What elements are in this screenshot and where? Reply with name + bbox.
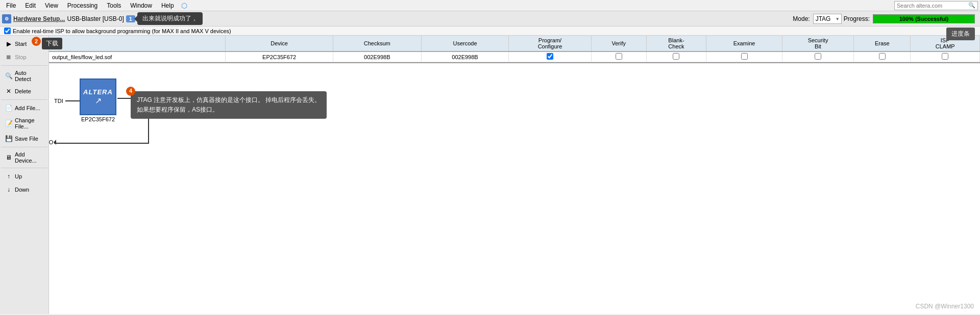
annotation-line2: 如果想要程序保留，AS接口。	[137, 105, 321, 115]
hardware-setup-label[interactable]: Hardware Setup...	[13, 15, 65, 22]
progress-text: 100% (Successful)	[899, 16, 949, 22]
stop-button[interactable]: ⏹ Stop	[1, 51, 47, 63]
tdi-label: TDI	[54, 98, 63, 104]
tdo-label: TDO	[49, 139, 53, 145]
save-file-icon: 💾	[5, 135, 13, 143]
table-header-row: File Device Checksum Usercode Program/Co…	[49, 36, 980, 51]
cell-usercode: 002E998B	[421, 51, 508, 62]
add-file-button[interactable]: 📄 Add File...	[1, 102, 47, 114]
altera-logo-icon: ⬡	[181, 2, 187, 10]
cell-file: output_files/flow_led.sof	[49, 51, 226, 62]
delete-label: Delete	[15, 88, 31, 94]
isp-label: Enable real-time ISP to allow background…	[13, 28, 231, 34]
col-device: Device	[226, 36, 333, 51]
mode-select-wrapper: JTAG AS PS	[813, 14, 842, 24]
cell-examine	[706, 51, 782, 62]
sidebar-divider-4	[1, 168, 47, 168]
search-box: 🔍	[894, 1, 978, 10]
col-usercode: Usercode	[421, 36, 508, 51]
toolbar: ⚙ Hardware Setup... USB-Blaster [USB-0] …	[0, 11, 980, 27]
badge-num-1: 1	[129, 16, 132, 22]
delete-button[interactable]: ✕ Delete	[1, 85, 47, 97]
cell-isp-clamp	[911, 51, 980, 62]
isp-row: Enable real-time ISP to allow background…	[0, 27, 980, 36]
hardware-icon: ⚙	[2, 14, 11, 23]
start-tooltip: 下载	[42, 38, 62, 49]
stop-icon: ⏹	[5, 53, 13, 61]
programming-table: File Device Checksum Usercode Program/Co…	[49, 36, 980, 62]
start-label: Start	[15, 41, 27, 47]
content-area: File Device Checksum Usercode Program/Co…	[49, 36, 980, 314]
menu-processing[interactable]: Processing	[63, 1, 102, 10]
watermark: CSDN @Winner1300	[916, 303, 974, 310]
cell-security	[782, 51, 853, 62]
change-file-button[interactable]: 📝 Change File...	[1, 115, 47, 132]
col-examine: Examine	[706, 36, 782, 51]
start-icon: ▶	[5, 40, 13, 48]
main-layout: ▶ Start 2 下载 ⏹ Stop 🔍 Auto Detect ✕ Dele…	[0, 36, 980, 314]
tdo-row: TDO	[49, 139, 53, 146]
program-checkbox[interactable]	[547, 53, 553, 60]
mode-label: Mode:	[793, 15, 810, 22]
badge-2: 2	[32, 37, 41, 46]
save-file-button[interactable]: 💾 Save File	[1, 133, 47, 145]
chip-arrow-icon: ↗	[95, 96, 102, 106]
erase-checkbox[interactable]	[879, 53, 886, 60]
security-checkbox[interactable]	[815, 53, 821, 60]
delete-icon: ✕	[5, 87, 13, 95]
chip-logo: ALTERA	[83, 88, 113, 96]
col-program: Program/Configure	[509, 36, 592, 51]
add-file-label: Add File...	[15, 105, 40, 111]
cell-erase	[854, 51, 911, 62]
menu-help[interactable]: Help	[157, 1, 178, 10]
menu-file[interactable]: File	[2, 1, 20, 10]
progress-label: Progress:	[844, 15, 870, 22]
add-device-label: Add Device...	[15, 151, 44, 164]
mode-section: Mode: JTAG AS PS	[793, 14, 841, 24]
sidebar: ▶ Start 2 下载 ⏹ Stop 🔍 Auto Detect ✕ Dele…	[0, 36, 49, 314]
cell-device: EP2C35F672	[226, 51, 333, 62]
menu-tools[interactable]: Tools	[103, 1, 125, 10]
annotation-line1: JTAG 注意开发板上，仿真器接的是这个接口。 掉电后程序会丢失。	[137, 95, 321, 105]
menu-window[interactable]: Window	[126, 1, 156, 10]
search-input[interactable]	[897, 3, 968, 9]
col-verify: Verify	[591, 36, 646, 51]
cell-program	[509, 51, 592, 62]
bottom-line	[54, 143, 148, 144]
menu-view[interactable]: View	[41, 1, 62, 10]
up-icon: ↑	[5, 172, 13, 180]
examine-checkbox[interactable]	[741, 53, 748, 60]
col-security: SecurityBit	[782, 36, 853, 51]
tooltip-1-text: 出来就说明成功了，	[142, 15, 198, 22]
progress-bar: 100% (Successful)	[873, 14, 975, 23]
table-section: File Device Checksum Usercode Program/Co…	[49, 36, 980, 63]
device-label: USB-Blaster [USB-0]	[67, 15, 124, 22]
change-file-label: Change File...	[15, 117, 44, 129]
up-button[interactable]: ↑ Up	[1, 170, 47, 182]
auto-detect-button[interactable]: 🔍 Auto Detect	[1, 68, 47, 84]
menubar: File Edit View Processing Tools Window H…	[0, 0, 980, 11]
verify-checkbox[interactable]	[616, 53, 622, 60]
tooltip-1: 出来就说明成功了，	[137, 12, 203, 25]
chip-wrapper: ALTERA ↗ EP2C35F672	[80, 78, 116, 122]
search-icon: 🔍	[968, 2, 975, 9]
down-icon: ↓	[5, 186, 13, 194]
stop-label: Stop	[15, 54, 27, 60]
change-file-icon: 📝	[5, 119, 13, 127]
isp-checkbox[interactable]	[4, 28, 11, 34]
up-label: Up	[15, 173, 22, 179]
badge-4: 4	[126, 87, 135, 96]
add-device-button[interactable]: 🖥 Add Device...	[1, 149, 47, 166]
menu-edit[interactable]: Edit	[21, 1, 40, 10]
progress-section: Progress: 100% (Successful) 3	[844, 14, 978, 23]
device-section: USB-Blaster [USB-0] 1 出来就说明成功了，	[67, 12, 203, 25]
down-button[interactable]: ↓ Down	[1, 183, 47, 196]
watermark-text: CSDN @Winner1300	[916, 303, 974, 310]
hardware-setup-title: ⚙ Hardware Setup...	[2, 14, 65, 23]
mode-select[interactable]: JTAG AS PS	[813, 14, 842, 24]
col-file: File	[49, 36, 226, 51]
blank-check-checkbox[interactable]	[673, 53, 679, 60]
isp-clamp-checkbox[interactable]	[942, 53, 948, 60]
start-btn-container: ▶ Start 2 下载	[1, 38, 47, 50]
add-file-icon: 📄	[5, 104, 13, 112]
